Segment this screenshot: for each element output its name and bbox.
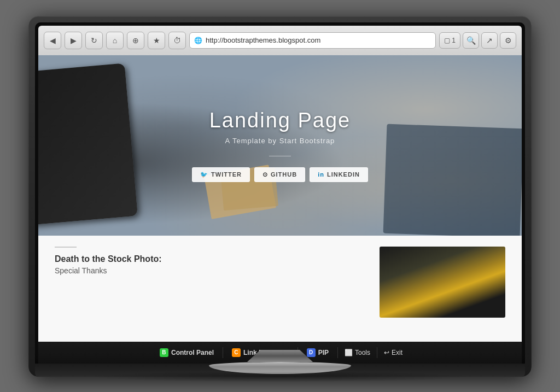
linkedin-label: LINKEDIN [327, 171, 360, 178]
tab-square-icon: ▢ [444, 37, 450, 44]
content-title: Death to the Stock Photo: [55, 254, 369, 264]
browser-chrome: ◀ ▶ ↻ ⌂ ⊕ ★ ⏱ 🌐 http://bootstrapthem [38, 26, 522, 55]
content-section: Death to the Stock Photo: Special Thanks [38, 236, 522, 342]
tab-count-button[interactable]: ▢ 1 [439, 32, 460, 49]
github-icon: ⊙ [262, 171, 268, 178]
stand-neck [247, 350, 313, 362]
browser-content: Landing Page A Template by Start Bootstr… [38, 55, 522, 342]
zoom-button[interactable]: ⊕ [127, 32, 144, 49]
refresh-icon: ↻ [91, 36, 97, 45]
tv-stand [89, 350, 471, 382]
twitter-icon: 🐦 [200, 171, 208, 178]
hero-buttons: 🐦 TWITTER ⊙ GITHUB in LINKEDIN [192, 167, 368, 182]
stand-shadow [89, 371, 471, 382]
right-buttons: ▢ 1 🔍 ↗ ⚙ [439, 32, 516, 49]
url-favicon-icon: 🌐 [194, 37, 202, 44]
back-button[interactable]: ◀ [44, 32, 61, 49]
content-image-inner [380, 247, 505, 318]
tv-screen-frame: ◀ ▶ ↻ ⌂ ⊕ ★ ⏱ 🌐 http://bootstrapthem [35, 22, 525, 364]
star-icon: ★ [153, 36, 160, 45]
tv-outer: ◀ ▶ ↻ ⌂ ⊕ ★ ⏱ 🌐 http://bootstrapthem [28, 16, 532, 377]
hero-tablet-decoration [38, 63, 138, 225]
twitter-button[interactable]: 🐦 TWITTER [192, 167, 250, 182]
history-button[interactable]: ⏱ [168, 32, 186, 49]
linkedin-icon: in [318, 171, 324, 178]
hero-title: Landing Page [192, 109, 368, 132]
gear-icon: ⚙ [505, 36, 512, 45]
hero-content: Landing Page A Template by Start Bootstr… [192, 109, 368, 182]
content-subtitle: Special Thanks [55, 266, 369, 275]
search-icon: 🔍 [466, 36, 476, 45]
github-button[interactable]: ⊙ GITHUB [254, 167, 305, 182]
content-image [380, 247, 505, 318]
back-icon: ◀ [50, 36, 56, 45]
linkedin-button[interactable]: in LINKEDIN [310, 167, 368, 182]
forward-button[interactable]: ▶ [65, 32, 82, 49]
hero-notebook-decoration [383, 124, 522, 235]
hero-divider [269, 156, 291, 156]
content-text: Death to the Stock Photo: Special Thanks [55, 247, 369, 331]
settings-button[interactable]: ⚙ [500, 32, 516, 49]
home-icon: ⌂ [113, 36, 117, 45]
zoom-icon: ⊕ [132, 36, 139, 45]
history-icon: ⏱ [173, 36, 181, 45]
hero-section: Landing Page A Template by Start Bootstr… [38, 55, 522, 236]
share-icon: ↗ [486, 36, 493, 45]
url-bar[interactable]: 🌐 http://bootstrapthemes.blogspot.com [189, 32, 436, 49]
twitter-label: TWITTER [211, 171, 242, 178]
content-divider [55, 247, 77, 248]
share-button[interactable]: ↗ [481, 32, 498, 49]
search-button[interactable]: 🔍 [463, 32, 479, 49]
hero-subtitle: A Template by Start Bootstrap [192, 137, 368, 145]
tab-count: 1 [452, 37, 456, 44]
github-label: GITHUB [271, 171, 297, 178]
home-button[interactable]: ⌂ [106, 32, 124, 49]
refresh-button[interactable]: ↻ [85, 32, 103, 49]
url-text: http://bootstrapthemes.blogspot.com [206, 36, 431, 44]
bookmark-button[interactable]: ★ [148, 32, 165, 49]
forward-icon: ▶ [71, 36, 77, 45]
